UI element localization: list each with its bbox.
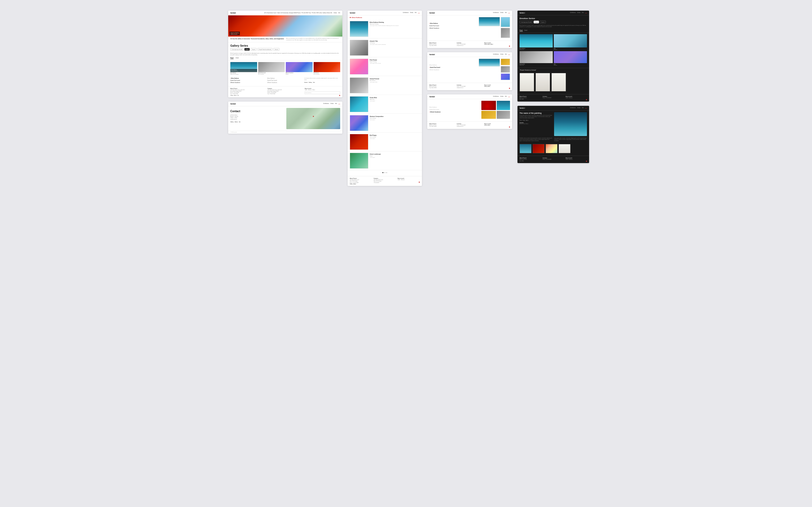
gallery-thumb-7[interactable] bbox=[350, 134, 368, 150]
dark-tab-panel[interactable]: Panel bbox=[519, 30, 523, 32]
filter-people[interactable]: People Painted as Animals bbox=[257, 48, 273, 51]
contact-nav-links[interactable]: Exhibitions Artists Info — bbox=[323, 103, 340, 105]
tab-detail[interactable]: Detail bbox=[236, 57, 239, 59]
thumb-warm-2[interactable] bbox=[481, 111, 496, 119]
screen3-info: About Project Address line hereCity, Sta… bbox=[427, 121, 512, 129]
submit-dot[interactable] bbox=[339, 95, 340, 96]
people-animals-heading: "People Painted as Animals" bbox=[517, 68, 589, 72]
dark-filter-contemporary[interactable]: Contemporary Fine Art bbox=[519, 21, 533, 23]
thumb-bird-2[interactable] bbox=[501, 66, 510, 73]
dark-thumb-bird[interactable] bbox=[519, 51, 553, 63]
thumb-ocean-3[interactable] bbox=[497, 101, 510, 110]
gallery-info-2: Artwork Title Oil Painting Lorem ipsum d… bbox=[370, 40, 420, 56]
painting-large-thumb[interactable] bbox=[554, 112, 587, 136]
thumb-red-flower[interactable] bbox=[481, 101, 496, 110]
filter-floral[interactable]: Floral bbox=[244, 48, 250, 51]
brand-v: fanielart bbox=[350, 12, 355, 14]
gallery-thumb-6[interactable] bbox=[350, 115, 368, 131]
contact-nav-artists[interactable]: Artists bbox=[331, 103, 334, 105]
artist-name-5: Daniel Paul Izzard bbox=[267, 80, 303, 82]
thumb-cat-2[interactable] bbox=[497, 111, 510, 119]
link-info[interactable]: Info bbox=[313, 82, 315, 83]
painting-body-text-2: Lorem ipsum dolor sit amet, consectetur … bbox=[554, 137, 587, 142]
filter-search[interactable]: Search bbox=[273, 48, 280, 51]
gallery-thumb-5[interactable] bbox=[350, 96, 368, 112]
brand-logo-2: fanielart bbox=[230, 103, 236, 105]
dark-tab-detail[interactable]: Detail bbox=[524, 30, 527, 32]
people-thumb-2[interactable] bbox=[536, 73, 550, 92]
people-row bbox=[517, 72, 589, 93]
gallery-thumb-8[interactable] bbox=[350, 153, 368, 169]
gallery-item-1: Elina Katkova Painting Watercolor Painti… bbox=[348, 20, 422, 39]
painting-body-text-1: The Blue sea is a series Lorem ipsum dol… bbox=[519, 137, 553, 142]
small-thumb-1[interactable] bbox=[519, 144, 531, 153]
dark-filter-floral[interactable]: Floral bbox=[534, 21, 539, 23]
nav-exhibitions[interactable]: 1071 Ranchview Court • Suite 110 Dunwood… bbox=[264, 12, 332, 13]
thumb-warm[interactable] bbox=[501, 59, 510, 65]
link-gallery[interactable]: Gallery bbox=[309, 82, 312, 83]
thumb-teal[interactable] bbox=[501, 17, 510, 27]
gallery-v-nav-links[interactable]: Exhibitions Artists Info — bbox=[403, 12, 420, 14]
thumb-ocean-wide[interactable] bbox=[479, 17, 500, 26]
contact-section: Contact 123 Street NameMonday - Saturday… bbox=[228, 106, 342, 131]
filter-contemporary[interactable]: Contemporary Fine Art bbox=[230, 48, 244, 51]
thumb-ocean-2[interactable] bbox=[479, 59, 500, 66]
filter-topical[interactable]: Topical bbox=[251, 48, 256, 51]
tag-3[interactable]: About bbox=[526, 120, 528, 121]
dark-filter-topical[interactable]: Topical bbox=[540, 21, 546, 23]
screen2-info: About Project Address line hereCity, Sta… bbox=[427, 83, 512, 90]
dark-thumb-teal[interactable] bbox=[554, 34, 587, 48]
screen1-artists: •Elina Katkova Daniel Paul Izzard Alfred… bbox=[427, 15, 512, 40]
dark-label-2: TitleMedium bbox=[554, 48, 587, 50]
dark-artwork-1: Elina KatkovaWatercolor bbox=[519, 34, 553, 50]
dark-thumb-abstract[interactable] bbox=[554, 51, 587, 63]
contact-nav-exhibitions[interactable]: Exhibitions bbox=[323, 103, 329, 105]
tagline-section: Art has the ability to transcend. Transc… bbox=[228, 37, 342, 43]
page-dot-3[interactable] bbox=[386, 172, 387, 173]
screen3-nav: fanielart Exhibitions Artists Info — bbox=[427, 95, 512, 99]
dark-artwork-grid: Elina KatkovaWatercolor TitleMedium Pain… bbox=[517, 33, 589, 67]
gallery-thumb-1[interactable] bbox=[350, 21, 368, 37]
tab-panel[interactable]: Panel bbox=[230, 57, 234, 59]
artwork-thumb-1[interactable]: Elina Katkova Watercolor Painting bbox=[230, 62, 257, 72]
artist-section: •Elina Katkova Daniel Paul Izzard Alfred… bbox=[228, 76, 342, 85]
contact-link-gallery[interactable]: Gallery bbox=[230, 121, 234, 122]
gallery-submit-dot[interactable] bbox=[419, 182, 420, 183]
gallery-links[interactable]: Gallery · Artists bbox=[350, 183, 372, 184]
info-bar: About Project 1071 Ranchview Court • Sui… bbox=[228, 86, 342, 97]
nav-artists[interactable]: Artists bbox=[334, 12, 337, 13]
contact-link-artists[interactable]: Artists bbox=[235, 121, 238, 122]
artworks-thumbs-2 bbox=[470, 59, 510, 80]
people-thumb-3[interactable] bbox=[551, 73, 566, 92]
page-dot-2[interactable] bbox=[384, 172, 385, 173]
small-thumb-3[interactable] bbox=[546, 144, 558, 153]
artwork-thumb-3[interactable] bbox=[286, 62, 313, 72]
tagline-sub: With our connections we are mindful of o… bbox=[286, 38, 340, 41]
contact-input[interactable]: Email address bbox=[305, 92, 340, 94]
painting-lower-text: The Blue sea is a series Lorem ipsum dol… bbox=[517, 137, 589, 143]
gallery-item-5: Ocean Blue Watercolor Lorem ipsum. bbox=[348, 95, 422, 114]
thumb-abstract-2[interactable] bbox=[501, 73, 510, 80]
gallery-thumb-2[interactable] bbox=[350, 40, 368, 56]
small-thumb-4[interactable] bbox=[559, 144, 570, 153]
small-thumb-2[interactable] bbox=[532, 144, 545, 153]
gallery-about: About Project 1071 Ranchview CourtSuite … bbox=[350, 178, 372, 184]
link-submit[interactable]: Submit bbox=[304, 82, 308, 83]
col3-screens: fanielart Exhibitions Artists Info — •El… bbox=[427, 11, 512, 186]
thumb-bird[interactable] bbox=[501, 28, 510, 38]
people-thumb-1[interactable] bbox=[519, 73, 534, 92]
dark-thumb-ocean[interactable] bbox=[519, 34, 553, 48]
gallery-thumb-3[interactable] bbox=[350, 59, 368, 74]
hero-caption: Summer PaintingGallery Series... bbox=[230, 32, 240, 35]
tag-1[interactable]: Panel bbox=[519, 120, 522, 121]
nav-links[interactable]: 1071 Ranchview Court • Suite 110 Dunwood… bbox=[264, 12, 340, 13]
tag-2[interactable]: Detail bbox=[523, 120, 525, 121]
card-nav: fanielart 1071 Ranchview Court • Suite 1… bbox=[228, 11, 342, 15]
contact-nav-info[interactable]: Info bbox=[335, 103, 337, 105]
artwork-thumb-4[interactable] bbox=[314, 62, 341, 72]
nav-info[interactable]: Info bbox=[338, 12, 340, 13]
gallery-thumb-4[interactable] bbox=[350, 77, 368, 93]
contact-link-info[interactable]: Info bbox=[239, 121, 241, 122]
artwork-thumb-2[interactable] bbox=[258, 62, 285, 72]
page-dot-1[interactable] bbox=[383, 172, 384, 173]
